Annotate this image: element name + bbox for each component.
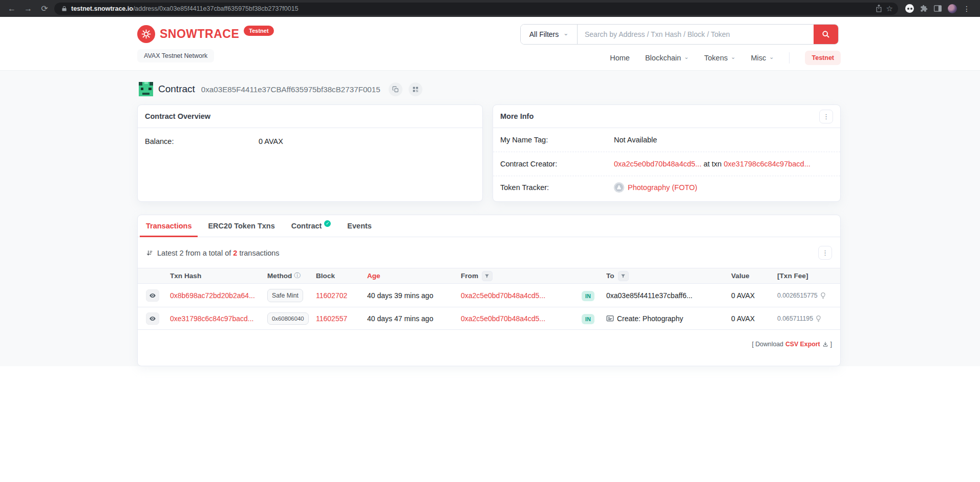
- verified-check-icon: ✓: [324, 220, 331, 227]
- col-block: Block: [316, 272, 367, 280]
- search-filter-select[interactable]: All Filters ⌄: [521, 25, 578, 44]
- qr-code-icon: [412, 86, 419, 93]
- block-link[interactable]: 11602557: [316, 315, 367, 323]
- token-tracker-row: Token Tracker: Photography (FOTO): [493, 176, 840, 199]
- tab-contract[interactable]: Contract✓: [283, 215, 339, 237]
- address-bar[interactable]: testnet.snowtrace.io/address/0xa03e85f44…: [54, 3, 898, 15]
- search-icon: [822, 30, 830, 38]
- browser-back-button[interactable]: ←: [5, 3, 18, 15]
- sidebar-toggle-icon[interactable]: [934, 5, 942, 12]
- col-to: To: [606, 271, 731, 281]
- url-path: /address/0xa03e85f4411e37cbaff635975bf38…: [133, 5, 299, 12]
- txn-preview-button[interactable]: [146, 289, 159, 302]
- txn-value: 0 AVAX: [731, 315, 777, 323]
- txn-fee: 0.0026515775: [777, 292, 818, 299]
- col-txn-hash: Txn Hash: [170, 272, 267, 280]
- contract-creator-row: Contract Creator: 0xa2c5e0bd70b48a4cd5..…: [493, 152, 840, 175]
- txn-fee: 0.065711195: [777, 315, 813, 322]
- summary-row: Latest 2 from a total of 2 transactions …: [138, 237, 840, 268]
- browser-forward-button[interactable]: →: [22, 3, 35, 15]
- to-filter-button[interactable]: [618, 271, 629, 281]
- qr-code-button[interactable]: [409, 82, 422, 96]
- nav-item-tokens[interactable]: Tokens⌄: [704, 54, 735, 62]
- contract-creator-label: Contract Creator:: [500, 160, 614, 168]
- contract-overview-header: Contract Overview: [138, 105, 482, 128]
- contract-address: 0xa03E85F4411e37CBAff635975bf38cB2737F00…: [201, 85, 380, 94]
- search-input[interactable]: [578, 25, 814, 44]
- chevron-down-icon: ⌄: [563, 30, 568, 37]
- creator-txn-link[interactable]: 0xe31798c6c84c97bacd...: [723, 160, 810, 168]
- col-age-toggle[interactable]: Age: [367, 272, 461, 280]
- main-nav: Home Blockchain⌄ Tokens⌄ Misc⌄ Testnet: [610, 51, 841, 65]
- csv-export-link[interactable]: CSV Export: [785, 341, 828, 348]
- nav-blockchain-label: Blockchain: [645, 54, 681, 62]
- from-address-link[interactable]: 0xa2c5e0bd70b48a4cd5...: [461, 315, 545, 323]
- extension-owl-icon[interactable]: [905, 4, 914, 13]
- browser-menu-icon[interactable]: ⋮: [963, 5, 970, 13]
- nav-divider: [789, 52, 790, 64]
- from-address-link[interactable]: 0xa2c5e0bd70b48a4cd5...: [461, 291, 545, 300]
- contract-create-icon: [606, 315, 614, 322]
- bookmark-star-icon[interactable]: ☆: [886, 4, 893, 13]
- name-tag-label: My Name Tag:: [500, 136, 614, 144]
- tab-transactions-label: Transactions: [146, 222, 191, 230]
- balance-label: Balance:: [145, 137, 259, 145]
- copy-address-button[interactable]: [389, 82, 402, 96]
- txn-value: 0 AVAX: [731, 291, 777, 300]
- chevron-down-icon: ⌄: [684, 54, 689, 60]
- csv-export-label: CSV Export: [785, 341, 820, 348]
- tab-events[interactable]: Events: [339, 215, 380, 237]
- nav-misc-label: Misc: [751, 54, 766, 62]
- creator-at-txn-text: at txn: [701, 160, 724, 168]
- col-from: From: [461, 271, 582, 281]
- table-row: 0x8b698ac72bd20b2a64... Safe Mint 116027…: [138, 284, 840, 307]
- network-badge: AVAX Testnet Network: [137, 49, 214, 62]
- share-icon[interactable]: [876, 5, 882, 12]
- nav-tokens-label: Tokens: [704, 54, 728, 62]
- search-button[interactable]: [814, 25, 838, 44]
- direction-badge: IN: [582, 314, 594, 324]
- balance-value: 0 AVAX: [259, 137, 283, 145]
- more-info-menu-button[interactable]: ⋮: [819, 110, 833, 123]
- panel-footer: [ Download CSV Export ]: [138, 330, 840, 366]
- extensions-puzzle-icon[interactable]: [920, 5, 928, 12]
- network-switcher-button[interactable]: Testnet: [805, 51, 841, 65]
- snowtrace-logo[interactable]: SNOWTRACE Testnet: [137, 25, 274, 43]
- tab-bar: Transactions ERC20 Token Txns Contract✓ …: [138, 215, 840, 237]
- block-link[interactable]: 11602702: [316, 291, 367, 300]
- copy-icon: [392, 86, 399, 93]
- kebab-icon: ⋮: [823, 113, 829, 120]
- method-badge: 0x60806040: [267, 312, 309, 325]
- tab-erc20-token-txns[interactable]: ERC20 Token Txns: [200, 215, 283, 237]
- tab-erc20-label: ERC20 Token Txns: [208, 222, 274, 230]
- from-filter-button[interactable]: [482, 271, 493, 281]
- search-filter-label: All Filters: [529, 30, 559, 38]
- page-title-row: Contract 0xa03E85F4411e37CBAff635975bf38…: [137, 77, 841, 104]
- download-prefix: [ Download: [752, 341, 783, 348]
- name-tag-row: My Name Tag: Not Available: [493, 128, 840, 152]
- method-badge: Safe Mint: [267, 289, 303, 302]
- token-tracker-label: Token Tracker:: [500, 183, 614, 192]
- tab-transactions[interactable]: Transactions: [138, 215, 200, 237]
- nav-item-home[interactable]: Home: [610, 54, 630, 62]
- transactions-menu-button[interactable]: ⋮: [818, 246, 832, 260]
- more-info-card: More Info ⋮ My Name Tag: Not Available C…: [493, 104, 841, 202]
- txn-preview-button[interactable]: [146, 312, 159, 325]
- creator-address-link[interactable]: 0xa2c5e0bd70b48a4cd5...: [614, 160, 701, 168]
- col-value: Value: [731, 272, 777, 280]
- txn-hash-link[interactable]: 0x8b698ac72bd20b2a64...: [170, 291, 267, 300]
- browser-reload-button[interactable]: ⟳: [38, 3, 51, 15]
- snowflake-icon: [137, 25, 155, 43]
- nav-item-misc[interactable]: Misc⌄: [751, 54, 774, 62]
- col-method: Methodⓘ: [267, 271, 316, 280]
- lock-icon: [61, 6, 67, 12]
- fee-bulb-icon: [816, 315, 821, 322]
- contract-overview-body: Balance: 0 AVAX: [138, 128, 482, 155]
- chevron-down-icon: ⌄: [769, 54, 774, 60]
- browser-profile-avatar[interactable]: [948, 4, 957, 13]
- nav-item-blockchain[interactable]: Blockchain⌄: [645, 54, 689, 62]
- txn-hash-link[interactable]: 0xe31798c6c84c97bacd...: [170, 315, 267, 323]
- direction-badge: IN: [582, 291, 594, 301]
- to-address: 0xa03e85f4411e37cbaff6...: [606, 291, 692, 300]
- token-tracker-link[interactable]: Photography (FOTO): [628, 183, 697, 192]
